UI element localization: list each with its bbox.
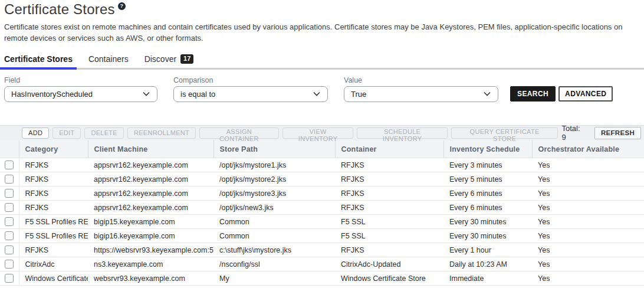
search-button[interactable]: SEARCH bbox=[510, 86, 556, 102]
tab-containers[interactable]: Containers bbox=[84, 53, 133, 68]
table-row: CitrixAdcns3.keyexample.com/nsconfig/ssl… bbox=[0, 257, 644, 271]
row-checkbox-cell bbox=[0, 201, 19, 215]
delete-button: DELETE bbox=[84, 127, 124, 139]
column-header-store-path[interactable]: Store Path bbox=[213, 140, 335, 158]
tab-label: Certificate Stores bbox=[4, 54, 73, 64]
search-filter-bar: Field HasInventoryScheduled Comparison i… bbox=[0, 76, 644, 102]
cell-client-machine: websrvr93.keyexample.com bbox=[88, 271, 213, 286]
table-row: F5 SSL Profiles RESTbigip16.keyexample.c… bbox=[0, 229, 644, 243]
chevron-down-icon bbox=[143, 91, 150, 96]
field-select[interactable]: HasInventoryScheduled bbox=[4, 86, 157, 102]
cell-category: RFJKS bbox=[19, 201, 88, 215]
cell-inventory-schedule: Every 6 minutes bbox=[443, 201, 532, 215]
cell-store-path: My bbox=[213, 271, 335, 286]
comparison-filter-group: Comparison is equal to bbox=[173, 76, 328, 102]
column-header-client-machine[interactable]: Client Machine bbox=[88, 140, 213, 158]
cell-orchestrator-available: Yes bbox=[532, 186, 644, 201]
field-label: Field bbox=[4, 76, 157, 84]
page-header: Certificate Stores ? Certificate stores … bbox=[0, 0, 644, 44]
column-header-orchestrator-available[interactable]: Orchestrator Available bbox=[532, 140, 644, 158]
page-title: Certificate Stores bbox=[4, 1, 115, 18]
row-checkbox-cell bbox=[0, 271, 19, 286]
cell-container: F5 SSL bbox=[335, 215, 443, 229]
tab-label: Discover bbox=[144, 54, 176, 64]
tab-label: Containers bbox=[88, 54, 129, 64]
cell-inventory-schedule: Every 30 minutes bbox=[443, 229, 532, 243]
cell-store-path: /opt/jks/mystore2.jks bbox=[213, 172, 335, 186]
grid-toolbar: ADDEDITDELETEREENROLLMENTASSIGN CONTAINE… bbox=[0, 125, 644, 140]
field-filter-group: Field HasInventoryScheduled bbox=[4, 76, 157, 102]
cell-store-path: Common bbox=[213, 229, 335, 243]
certificate-stores-table: CategoryClient MachineStore PathContaine… bbox=[0, 140, 644, 286]
add-button[interactable]: ADD bbox=[22, 127, 49, 139]
cell-container: RFJKS bbox=[335, 158, 443, 172]
table-row: RFJKSappsrvr162.keyexample.com/opt/jks/m… bbox=[0, 186, 644, 201]
cell-container: RFJKS bbox=[335, 201, 443, 215]
chevron-down-icon bbox=[484, 91, 491, 96]
cell-category: CitrixAdc bbox=[19, 257, 88, 271]
cell-category: RFJKS bbox=[19, 158, 88, 172]
row-checkbox[interactable] bbox=[5, 161, 14, 169]
schedule-inventory-button: SCHEDULE INVENTORY bbox=[357, 127, 447, 139]
row-checkbox[interactable] bbox=[5, 217, 14, 226]
row-checkbox[interactable] bbox=[5, 260, 14, 269]
row-checkbox[interactable] bbox=[5, 189, 14, 198]
row-checkbox-cell bbox=[0, 257, 19, 271]
tab-bar: Certificate StoresContainersDiscover17 bbox=[0, 53, 644, 70]
total-count: Total: 9 bbox=[561, 124, 586, 142]
query-certificate-store-button: QUERY CERTIFICATE STORE bbox=[451, 127, 558, 139]
cell-category: F5 SSL Profiles REST bbox=[19, 215, 88, 229]
cell-inventory-schedule: Daily at 10:23 AM bbox=[443, 257, 532, 271]
cell-container: CitrixAdc-Updated bbox=[335, 257, 443, 271]
cell-client-machine: appsrvr162.keyexample.com bbox=[88, 186, 213, 201]
column-header-container[interactable]: Container bbox=[335, 140, 443, 158]
cell-orchestrator-available: Yes bbox=[532, 172, 644, 186]
advanced-button[interactable]: ADVANCED bbox=[558, 86, 613, 102]
table-row: RFJKSappsrvr162.keyexample.com/opt/jks/m… bbox=[0, 158, 644, 172]
cell-category: RFJKS bbox=[19, 186, 88, 201]
table-row: RFJKSappsrvr162.keyexample.com/opt/jks/m… bbox=[0, 172, 644, 186]
toolbar-buttons: ADDEDITDELETEREENROLLMENTASSIGN CONTAINE… bbox=[22, 127, 561, 139]
row-checkbox-cell bbox=[0, 158, 19, 172]
cell-inventory-schedule: Every 5 minutes bbox=[443, 172, 532, 186]
cell-inventory-schedule: Every 30 minutes bbox=[443, 215, 532, 229]
cell-client-machine: bigip15.keyexample.com bbox=[88, 215, 213, 229]
row-checkbox[interactable] bbox=[5, 274, 14, 283]
comparison-select-value: is equal to bbox=[180, 90, 215, 99]
edit-button: EDIT bbox=[52, 127, 81, 139]
assign-container-button: ASSIGN CONTAINER bbox=[199, 127, 279, 139]
cell-orchestrator-available: Yes bbox=[532, 158, 644, 172]
column-header-inventory-schedule[interactable]: Inventory Schedule bbox=[443, 140, 532, 158]
table-row: RFJKShttps://websrvr93.keyexample.com:59… bbox=[0, 243, 644, 257]
tab-certificate-stores[interactable]: Certificate Stores bbox=[0, 53, 77, 68]
cell-orchestrator-available: Yes bbox=[532, 257, 644, 271]
cell-client-machine: appsrvr162.keyexample.com bbox=[88, 172, 213, 186]
tab-discover[interactable]: Discover17 bbox=[140, 53, 198, 68]
cell-inventory-schedule: Every 3 minutes bbox=[443, 158, 532, 172]
cell-store-path: Common bbox=[213, 215, 335, 229]
value-label: Value bbox=[344, 76, 498, 84]
row-checkbox[interactable] bbox=[5, 246, 14, 254]
comparison-select[interactable]: is equal to bbox=[173, 86, 328, 102]
help-icon[interactable]: ? bbox=[118, 2, 126, 10]
row-checkbox[interactable] bbox=[5, 231, 14, 240]
value-select[interactable]: True bbox=[344, 86, 498, 102]
chevron-down-icon bbox=[313, 91, 320, 96]
comparison-label: Comparison bbox=[173, 76, 328, 84]
cell-client-machine: bigip16.keyexample.com bbox=[88, 229, 213, 243]
discover-count-badge: 17 bbox=[180, 54, 193, 64]
page-description: Certificate stores exist on remote machi… bbox=[4, 22, 639, 44]
cell-orchestrator-available: Yes bbox=[532, 229, 644, 243]
table-header-row: CategoryClient MachineStore PathContaine… bbox=[0, 140, 644, 158]
refresh-button[interactable]: REFRESH bbox=[594, 127, 641, 139]
row-checkbox-cell bbox=[0, 215, 19, 229]
row-checkbox[interactable] bbox=[5, 175, 14, 184]
column-header-category[interactable]: Category bbox=[19, 140, 88, 158]
row-checkbox[interactable] bbox=[5, 203, 14, 212]
cell-store-path: /opt/jks/new3.jks bbox=[213, 201, 335, 215]
cell-inventory-schedule: Every 1 hour bbox=[443, 243, 532, 257]
certificate-stores-grid: ADDEDITDELETEREENROLLMENTASSIGN CONTAINE… bbox=[0, 125, 644, 286]
cell-client-machine: https://websrvr93.keyexample.com:5986 bbox=[88, 243, 213, 257]
cell-store-path: /opt/jks/mystore3.jks bbox=[213, 186, 335, 201]
table-row: RFJKSappsrvr162.keyexample.com/opt/jks/n… bbox=[0, 201, 644, 215]
